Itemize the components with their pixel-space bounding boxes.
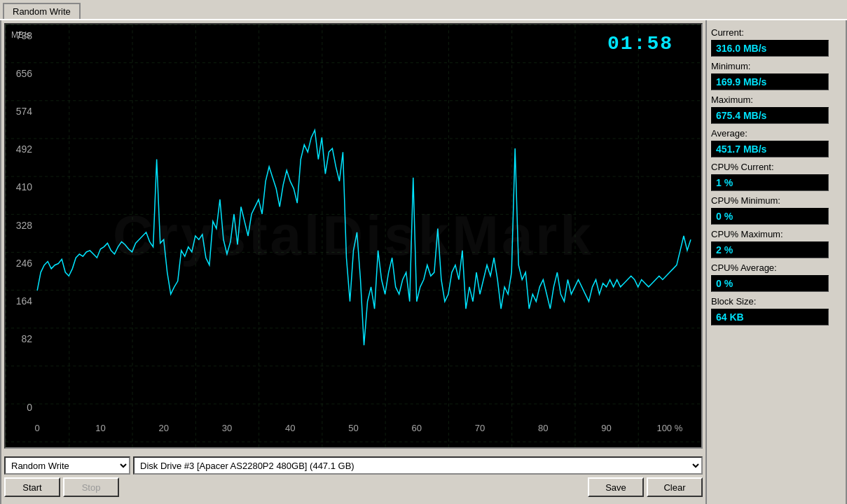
svg-text:410: 410 bbox=[16, 181, 32, 192]
cpu-maximum-label: CPU% Maximum: bbox=[711, 229, 841, 239]
chart-svg: 738 656 574 492 410 328 246 164 82 0 0 1… bbox=[6, 24, 701, 447]
average-value: 451.7 MB/s bbox=[711, 141, 829, 158]
timer-display: 01:58 bbox=[607, 33, 673, 55]
current-value: 316.0 MB/s bbox=[711, 40, 829, 57]
cpu-average-label: CPU% Average: bbox=[711, 262, 841, 273]
svg-text:70: 70 bbox=[475, 423, 486, 433]
cpu-average-value: 0 % bbox=[711, 275, 829, 292]
left-panel: CrystalDiskMark 01:58 MB/s bbox=[1, 20, 705, 504]
svg-text:40: 40 bbox=[285, 423, 296, 433]
svg-text:20: 20 bbox=[158, 423, 169, 433]
chart-area: CrystalDiskMark 01:58 MB/s bbox=[4, 23, 703, 449]
svg-text:0: 0 bbox=[35, 423, 40, 433]
clear-button[interactable]: Clear bbox=[647, 477, 703, 497]
svg-text:328: 328 bbox=[16, 219, 32, 230]
svg-text:82: 82 bbox=[22, 333, 33, 344]
cpu-current-value: 1 % bbox=[711, 174, 829, 191]
cpu-maximum-value: 2 % bbox=[711, 241, 829, 258]
minimum-value: 169.9 MB/s bbox=[711, 74, 829, 90]
svg-text:80: 80 bbox=[538, 423, 549, 433]
current-label: Current: bbox=[711, 27, 841, 38]
bottom-row-dropdowns: Random Write Disk Drive #3 [Apacer AS228… bbox=[4, 456, 703, 475]
disk-dropdown[interactable]: Disk Drive #3 [Apacer AS2280P2 480GB] (4… bbox=[133, 456, 703, 475]
tab-bar: Random Write bbox=[0, 0, 847, 20]
minimum-label: Minimum: bbox=[711, 61, 841, 71]
svg-text:164: 164 bbox=[16, 295, 32, 307]
save-button[interactable]: Save bbox=[588, 477, 644, 497]
svg-text:30: 30 bbox=[222, 423, 233, 433]
cpu-minimum-label: CPU% Minimum: bbox=[711, 195, 841, 206]
svg-text:60: 60 bbox=[412, 423, 422, 433]
stop-button[interactable]: Stop bbox=[63, 477, 119, 497]
maximum-value: 675.4 MB/s bbox=[711, 107, 829, 124]
bottom-row-buttons: Start Stop Save Clear bbox=[4, 477, 703, 497]
svg-text:574: 574 bbox=[16, 106, 32, 117]
block-size-label: Block Size: bbox=[711, 296, 841, 307]
right-panel: Current: 316.0 MB/s Minimum: 169.9 MB/s … bbox=[705, 20, 846, 504]
bottom-bar: Random Write Disk Drive #3 [Apacer AS228… bbox=[1, 449, 705, 504]
main-container: CrystalDiskMark 01:58 MB/s bbox=[0, 20, 847, 504]
bottom-controls: Random Write Disk Drive #3 [Apacer AS228… bbox=[4, 456, 703, 497]
svg-text:246: 246 bbox=[16, 257, 32, 268]
svg-text:90: 90 bbox=[601, 423, 612, 433]
maximum-label: Maximum: bbox=[711, 94, 841, 105]
tab-random-write[interactable]: Random Write bbox=[3, 3, 81, 19]
test-type-dropdown[interactable]: Random Write bbox=[4, 456, 130, 475]
cpu-current-label: CPU% Current: bbox=[711, 162, 841, 172]
cpu-minimum-value: 0 % bbox=[711, 208, 829, 225]
svg-text:656: 656 bbox=[16, 68, 32, 79]
svg-text:50: 50 bbox=[348, 423, 359, 433]
svg-text:0: 0 bbox=[27, 402, 32, 413]
svg-rect-3 bbox=[6, 24, 701, 447]
block-size-value: 64 KB bbox=[711, 309, 829, 326]
svg-text:100 %: 100 % bbox=[656, 423, 682, 433]
svg-text:10: 10 bbox=[95, 423, 106, 433]
svg-text:492: 492 bbox=[16, 144, 32, 155]
svg-text:738: 738 bbox=[16, 30, 32, 41]
average-label: Average: bbox=[711, 128, 841, 139]
start-button[interactable]: Start bbox=[4, 477, 60, 497]
